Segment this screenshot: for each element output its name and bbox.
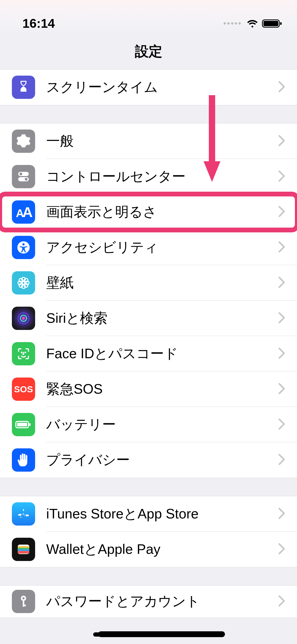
annotation-arrow xyxy=(201,95,223,186)
group-spacer xyxy=(0,105,297,123)
row-label: 画面表示と明るさ xyxy=(46,203,276,221)
toggles-icon xyxy=(12,165,35,188)
svg-rect-25 xyxy=(29,423,31,426)
row-privacy[interactable]: プライバシー xyxy=(0,442,297,478)
group-spacer xyxy=(0,478,297,496)
svg-point-6 xyxy=(25,178,27,181)
svg-point-32 xyxy=(22,597,25,599)
row-wallet-applepay[interactable]: WalletとApple Pay xyxy=(0,532,297,567)
row-label: WalletとApple Pay xyxy=(46,540,276,559)
row-label: iTunes StoreとApp Store xyxy=(46,505,276,523)
svg-rect-1 xyxy=(263,21,278,26)
chevron-right-icon xyxy=(278,508,285,520)
chevron-right-icon xyxy=(278,595,285,608)
row-wallpaper[interactable]: 壁紙 xyxy=(0,265,297,301)
hand-icon xyxy=(12,448,35,472)
battery-status-icon xyxy=(262,19,282,28)
svg-point-22 xyxy=(25,352,26,353)
row-label: スクリーンタイム xyxy=(46,78,276,96)
gear-icon xyxy=(12,130,35,153)
row-label: パスワードとアカウント xyxy=(46,592,276,611)
wifi-icon xyxy=(246,19,259,28)
row-general[interactable]: 一般 xyxy=(0,123,297,159)
svg-point-21 xyxy=(21,352,22,353)
chevron-right-icon xyxy=(278,543,285,556)
row-faceid-passcode[interactable]: Face IDとパスコード xyxy=(0,336,297,371)
row-screen-time[interactable]: スクリーンタイム xyxy=(0,70,297,105)
svg-point-4 xyxy=(20,173,22,175)
battery-icon xyxy=(12,413,35,436)
row-display-brightness[interactable]: AA 画面表示と明るさ xyxy=(0,194,297,230)
page-title: 設定 xyxy=(0,35,297,69)
svg-rect-2 xyxy=(280,22,282,25)
row-battery[interactable]: バッテリー xyxy=(0,407,297,442)
home-indicator xyxy=(93,632,204,637)
svg-rect-24 xyxy=(17,423,27,426)
settings-group-1: 一般 コントロールセンター AA 画面表示と明るさ アクセシビリティ 壁紙 xyxy=(0,123,297,478)
group-spacer xyxy=(0,567,297,586)
appstore-icon xyxy=(12,502,35,526)
chevron-right-icon xyxy=(278,135,285,148)
siri-icon xyxy=(12,307,35,330)
row-label: アクセシビリティ xyxy=(46,238,276,257)
row-itunes-appstore[interactable]: iTunes StoreとApp Store xyxy=(0,496,297,532)
text-size-icon: AA xyxy=(12,200,35,224)
hourglass-icon xyxy=(12,76,35,99)
status-bar: 16:14 xyxy=(0,0,297,35)
row-label: 一般 xyxy=(46,132,276,150)
row-label: バッテリー xyxy=(46,415,276,434)
row-emergency-sos[interactable]: SOS 緊急SOS xyxy=(0,371,297,407)
chevron-right-icon xyxy=(278,312,285,325)
chevron-right-icon xyxy=(278,454,285,466)
chevron-right-icon xyxy=(278,81,285,94)
accessibility-icon xyxy=(12,236,35,259)
row-label: Face IDとパスコード xyxy=(46,344,276,363)
chevron-right-icon xyxy=(278,206,285,218)
sos-text: SOS xyxy=(14,384,33,394)
svg-point-8 xyxy=(22,243,25,245)
settings-group-3: パスワードとアカウント xyxy=(0,586,297,617)
chevron-right-icon xyxy=(278,170,285,183)
status-indicators xyxy=(224,19,282,28)
settings-group-2: iTunes StoreとApp Store WalletとApple Pay xyxy=(0,496,297,567)
row-accessibility[interactable]: アクセシビリティ xyxy=(0,230,297,265)
row-label: 緊急SOS xyxy=(46,380,276,398)
status-time: 16:14 xyxy=(22,16,55,31)
row-label: コントロールセンター xyxy=(46,167,276,186)
row-label: プライバシー xyxy=(46,451,276,469)
chevron-right-icon xyxy=(278,383,285,395)
row-label: 壁紙 xyxy=(46,274,276,292)
faceid-icon xyxy=(12,342,35,365)
row-siri-search[interactable]: Siriと検索 xyxy=(0,301,297,336)
settings-group-0: スクリーンタイム xyxy=(0,70,297,105)
svg-rect-30 xyxy=(18,551,29,554)
key-icon xyxy=(12,590,35,613)
chevron-right-icon xyxy=(278,241,285,254)
flower-icon xyxy=(12,271,35,295)
row-passwords-accounts[interactable]: パスワードとアカウント xyxy=(0,586,297,617)
chevron-right-icon xyxy=(278,277,285,289)
sos-icon: SOS xyxy=(12,378,35,401)
signal-dots xyxy=(224,22,241,25)
row-label: Siriと検索 xyxy=(46,309,276,328)
wallet-icon xyxy=(12,538,35,561)
chevron-right-icon xyxy=(278,347,285,360)
row-control-center[interactable]: コントロールセンター xyxy=(0,159,297,194)
svg-point-20 xyxy=(22,317,25,320)
chevron-right-icon xyxy=(278,418,285,431)
svg-rect-34 xyxy=(23,605,26,606)
